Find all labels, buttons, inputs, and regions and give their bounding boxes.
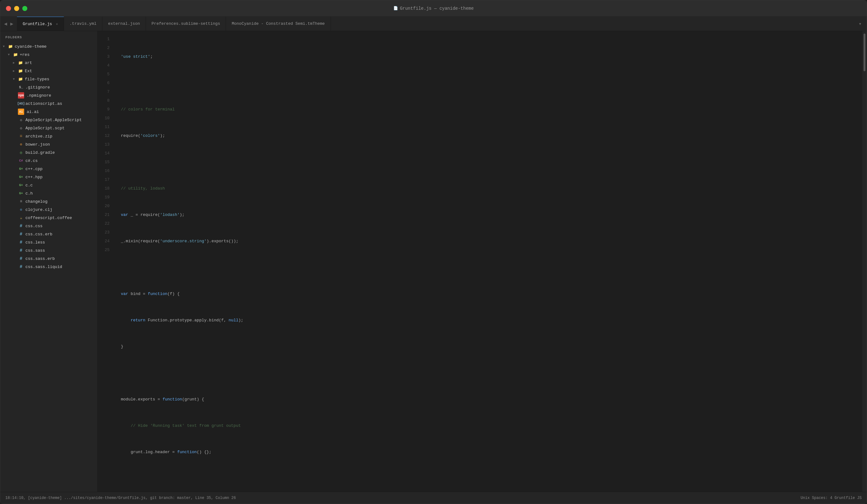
statusbar: 18:14:10, [cyanide-theme] .../sites/cyan… bbox=[0, 492, 867, 504]
sidebar-item-sass-liquid[interactable]: # css.sass.liquid bbox=[0, 263, 97, 271]
sidebar-item-coffee[interactable]: ☕ coffeescript.coffee bbox=[0, 214, 97, 222]
sidebar-item-res[interactable]: ▼ 📁 +res bbox=[0, 51, 97, 59]
tab-dropdown-button[interactable]: ▾ bbox=[854, 17, 867, 31]
file-icon: # bbox=[18, 256, 24, 262]
sidebar-item-label: coffeescript.coffee bbox=[25, 216, 72, 220]
code-line-17 bbox=[115, 474, 862, 483]
sidebar-item-filetypes[interactable]: ▼ 📁 file-types bbox=[0, 75, 97, 83]
sidebar-item-sass-erb[interactable]: # css.sass.erb bbox=[0, 255, 97, 263]
line-number: 3 bbox=[98, 52, 109, 61]
tab-label: Gruntfile.js bbox=[23, 22, 52, 26]
code-line-14: module.exports = function(grunt) { bbox=[115, 395, 862, 404]
line-number: 13 bbox=[98, 140, 109, 149]
sidebar-item-art[interactable]: ▶ 📁 art bbox=[0, 59, 97, 67]
line-number: 15 bbox=[98, 158, 109, 167]
sidebar-item-label: css.less bbox=[25, 240, 45, 245]
folder-arrow-icon: ▶ bbox=[13, 61, 17, 65]
sidebar-item-gradle[interactable]: ◎ build.gradle bbox=[0, 148, 97, 157]
folder-icon: 📁 bbox=[12, 52, 19, 58]
tab-monocyanide[interactable]: MonoCyanide - Constrasted Semi.tmTheme bbox=[226, 17, 331, 31]
code-line-16: grunt.log.header = function() {}; bbox=[115, 448, 862, 457]
sidebar-item-label: css.css.erb bbox=[25, 232, 52, 237]
sidebar-item-ext[interactable]: ▶ 📁 Ext bbox=[0, 67, 97, 75]
sidebar-item-root[interactable]: ▼ 📁 cyanide-theme bbox=[0, 42, 97, 51]
sidebar-item-css[interactable]: # css.css bbox=[0, 222, 97, 230]
close-button[interactable] bbox=[6, 6, 11, 11]
file-icon: ◇ bbox=[18, 117, 24, 123]
code-line-9 bbox=[115, 263, 862, 272]
sidebar-item-label: c.h bbox=[25, 191, 33, 196]
code-line-5 bbox=[115, 158, 862, 167]
tab-preferences[interactable]: Preferences.sublime-settings bbox=[146, 17, 226, 31]
sidebar-item-clojure[interactable]: ⊙ clojure.clj bbox=[0, 205, 97, 214]
file-icon: G+ bbox=[18, 174, 24, 180]
code-line-1: 'use strict'; bbox=[115, 52, 862, 61]
sidebar-item-csharp[interactable]: C# c#.cs bbox=[0, 157, 97, 165]
line-number: 7 bbox=[98, 88, 109, 96]
tab-external[interactable]: external.json bbox=[102, 17, 146, 31]
code-content[interactable]: 'use strict'; // colors for terminal req… bbox=[115, 31, 862, 492]
sidebar-item-cpp[interactable]: G+ c++.cpp bbox=[0, 165, 97, 173]
sidebar-item-label: art bbox=[25, 61, 32, 65]
code-area[interactable]: 1 2 3 4 5 6 7 8 9 10 11 12 13 14 15 16 1 bbox=[98, 31, 867, 492]
scrollbar-thumb[interactable] bbox=[864, 34, 865, 71]
file-icon: # bbox=[18, 239, 24, 245]
file-icon: # bbox=[18, 264, 24, 270]
line-number: 12 bbox=[98, 131, 109, 140]
sidebar-item-label: ai.ai bbox=[27, 109, 39, 114]
tab-label: MonoCyanide - Constrasted Semi.tmTheme bbox=[232, 21, 324, 26]
sidebar-item-applescript-scpt[interactable]: ◇ AppleScript.scpt bbox=[0, 124, 97, 132]
sidebar-item-less[interactable]: # css.less bbox=[0, 238, 97, 246]
sidebar-item-npmignore[interactable]: npm .npmignore bbox=[0, 91, 97, 99]
sidebar-item-label: actionscript.as bbox=[25, 101, 62, 106]
sidebar-item-applescript[interactable]: ◇ AppleScript.AppleScript bbox=[0, 116, 97, 124]
main-area: FOLDERS ▼ 📁 cyanide-theme ▼ 📁 +res ▶ 📁 bbox=[0, 31, 867, 492]
code-line-8: _.mixin(require('underscore.string').exp… bbox=[115, 237, 862, 246]
scrollbar[interactable] bbox=[862, 31, 867, 492]
sidebar-item-actionscript[interactable]: [AS] actionscript.as bbox=[0, 99, 97, 108]
nav-forward-button[interactable]: ▶ bbox=[9, 20, 15, 28]
nav-back-button[interactable]: ◀ bbox=[3, 20, 9, 28]
sidebar-item-sass[interactable]: # css.sass bbox=[0, 246, 97, 255]
tab-gruntfile[interactable]: Gruntfile.js ✕ bbox=[17, 17, 64, 31]
minimize-button[interactable] bbox=[14, 6, 19, 11]
line-number: 8 bbox=[98, 96, 109, 105]
maximize-button[interactable] bbox=[22, 6, 27, 11]
sidebar-item-label: .npmignore bbox=[27, 93, 51, 98]
line-number: 11 bbox=[98, 123, 109, 131]
sidebar-item-label: AppleScript.scpt bbox=[25, 126, 65, 130]
folder-icon: 📁 bbox=[17, 60, 23, 66]
code-line-13 bbox=[115, 369, 862, 377]
file-icon: # bbox=[18, 223, 24, 229]
file-icon: ⊙ bbox=[18, 141, 24, 148]
sidebar-item-gitignore[interactable]: $_ .gitignore bbox=[0, 83, 97, 91]
file-icon: ◎ bbox=[18, 149, 24, 156]
tab-close-button[interactable]: ✕ bbox=[56, 22, 58, 26]
sidebar-item-cc[interactable]: G+ c.c bbox=[0, 181, 97, 189]
tab-label: external.json bbox=[108, 21, 140, 26]
sidebar-item-label: c.c bbox=[25, 183, 33, 187]
file-icon: 📄 bbox=[393, 6, 398, 11]
sidebar-item-label: cyanide-theme bbox=[15, 44, 46, 49]
file-icon: G+ bbox=[18, 190, 24, 196]
sidebar-item-ch[interactable]: G+ c.h bbox=[0, 189, 97, 197]
sidebar-item-ai[interactable]: Ai ai.ai bbox=[0, 108, 97, 116]
file-icon: Ai bbox=[18, 109, 24, 115]
sidebar-item-bower[interactable]: ⊙ bower.json bbox=[0, 140, 97, 148]
folder-icon: 📁 bbox=[17, 76, 23, 82]
tab-travis[interactable]: .travis.yml bbox=[64, 17, 103, 31]
line-number: 25 bbox=[98, 246, 109, 255]
line-number: 18 bbox=[98, 184, 109, 193]
sidebar-item-hpp[interactable]: G+ c++.hpp bbox=[0, 173, 97, 181]
tab-navigation: ◀ ▶ bbox=[0, 17, 17, 31]
sidebar-item-archive[interactable]: ≡ archive.zip bbox=[0, 132, 97, 140]
line-number: 9 bbox=[98, 105, 109, 114]
line-number: 21 bbox=[98, 211, 109, 219]
sidebar-item-changelog[interactable]: ≡ changelog bbox=[0, 197, 97, 205]
line-number: 16 bbox=[98, 167, 109, 175]
sidebar-item-css-erb[interactable]: # css.css.erb bbox=[0, 230, 97, 238]
line-number: 4 bbox=[98, 61, 109, 70]
line-number: 19 bbox=[98, 193, 109, 202]
tab-label: Preferences.sublime-settings bbox=[152, 21, 220, 26]
file-icon: # bbox=[18, 247, 24, 254]
